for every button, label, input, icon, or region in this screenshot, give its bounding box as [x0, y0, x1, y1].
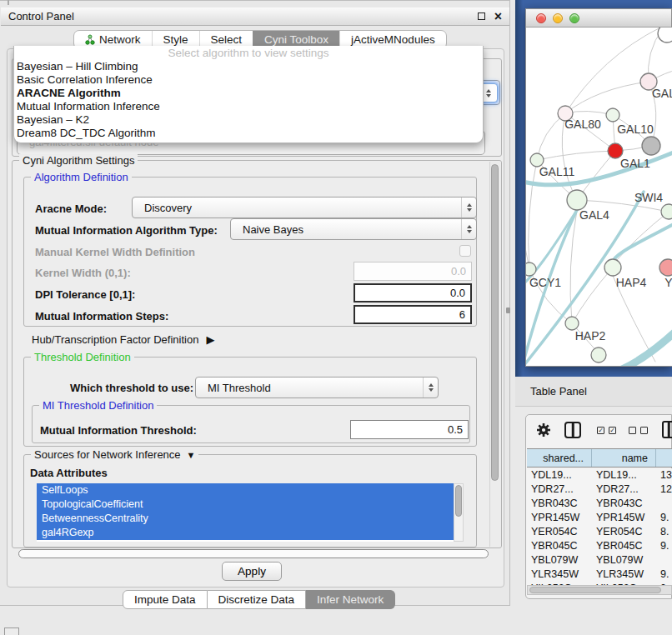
table-hscrollbar[interactable] [527, 585, 672, 595]
table-cell: YPR145W [592, 511, 656, 525]
attribute-item-betweennesscentrality[interactable]: BetweennessCentrality [37, 512, 454, 526]
network-node-hap4[interactable] [604, 259, 621, 276]
network-node-gal10[interactable] [606, 108, 619, 122]
network-edge[interactable] [617, 212, 669, 260]
data-attributes-label: Data Attributes [30, 467, 108, 479]
node-label: GAL10 [617, 122, 654, 136]
column-header-name[interactable]: name [592, 449, 656, 467]
network-node-gcy1[interactable] [526, 262, 536, 276]
network-edge[interactable] [529, 160, 537, 269]
combo-stepper-icon [423, 378, 438, 398]
bottom-tab-infer-network[interactable]: Infer Network [306, 590, 395, 609]
network-node[interactable] [658, 28, 672, 42]
node-label: Y [664, 276, 672, 289]
settings-scrollbar-thumb[interactable] [491, 164, 499, 481]
minimize-traffic-light[interactable] [553, 13, 563, 23]
tab-label: Style [163, 33, 188, 46]
attribute-item-gal4rgexp[interactable]: gal4RGexp [37, 526, 454, 540]
mi-steps-input[interactable] [354, 305, 472, 324]
kernel-width-input [354, 262, 472, 281]
network-edge[interactable] [565, 82, 649, 113]
network-canvas[interactable]: GALGAL80GAL10GAL1GAL11GAL4SWI4GCY1HAP4YH… [526, 28, 672, 366]
tab-label: jActiveMNodules [351, 33, 435, 46]
float-window-icon[interactable] [478, 12, 485, 20]
bottom-tab-discretize-data[interactable]: Discretize Data [208, 590, 307, 609]
algorithm-option-aracne-algorithm[interactable]: ARACNE Algorithm [14, 87, 483, 100]
collapsed-panel-button[interactable] [4, 628, 19, 635]
which-threshold-label: Which threshold to use: [70, 382, 193, 394]
node-label: GAL [652, 87, 672, 100]
table-cell: YBR043C [527, 497, 592, 511]
gear-icon[interactable] [536, 422, 551, 438]
mi-type-label: Mutual Information Algorithm Type: [35, 224, 218, 237]
network-node-y[interactable] [659, 259, 672, 276]
column-header-shared[interactable]: shared... [527, 449, 592, 467]
network-edge[interactable] [537, 151, 615, 160]
bottom-tab-impute-data[interactable]: Impute Data [123, 590, 208, 609]
close-traffic-light[interactable] [536, 13, 546, 23]
network-node[interactable] [642, 137, 660, 155]
table-cell: YBL079W [592, 553, 656, 568]
table-row[interactable]: YBR043CYBR043C [527, 497, 672, 511]
attribute-item-topologicalcoefficient[interactable]: TopologicalCoefficient [37, 498, 454, 512]
combo-stepper-icon [461, 219, 476, 239]
algorithm-definition-title: Algorithm Definition [31, 171, 132, 183]
panel-splitter-handle[interactable] [506, 308, 510, 313]
node-label: SWI4 [634, 191, 663, 204]
which-threshold-combo[interactable]: MI Threshold [195, 377, 439, 398]
mi-threshold-input[interactable] [350, 420, 469, 439]
algorithm-popup-items: Bayesian – Hill ClimbingBasic Correlatio… [14, 60, 483, 140]
network-node-swi4[interactable] [661, 204, 672, 219]
algorithm-option-basic-correlation-inference[interactable]: Basic Correlation Inference [14, 73, 483, 87]
settings-hscrollbar[interactable] [18, 549, 489, 558]
toolbar-partial-icon[interactable] [662, 421, 672, 438]
apply-button[interactable]: Apply [222, 562, 282, 581]
network-edge[interactable] [565, 28, 660, 113]
attributes-scrollbar-thumb[interactable] [455, 485, 462, 517]
manual-kernel-label: Manual Kernel Width Definition [35, 246, 195, 258]
network-node-gal4[interactable] [567, 190, 587, 210]
mi-type-combo[interactable]: Naive Bayes [230, 218, 477, 240]
table-cell: YBL079W [527, 553, 592, 568]
aracne-mode-combo[interactable]: Discovery [132, 197, 477, 218]
node-label: GCY1 [529, 276, 561, 289]
table-row[interactable]: YER054CYER054C8. [527, 525, 672, 539]
column-header-partial[interactable] [656, 449, 672, 467]
table-row[interactable]: YLR345WYLR345W9. [527, 568, 672, 582]
node-label: GAL1 [620, 157, 650, 170]
algorithm-option-bayesian-hill-climbing[interactable]: Bayesian – Hill Climbing [14, 60, 483, 73]
expand-down-icon[interactable]: ▼ [187, 450, 196, 460]
zoom-traffic-light[interactable] [569, 13, 579, 23]
table-row[interactable]: YBR045CYBR045C9. [527, 539, 672, 553]
table-row[interactable]: YPR145WYPR145W9. [527, 511, 672, 525]
dpi-tolerance-input[interactable] [354, 283, 472, 302]
kernel-width-label: Kernel Width (0,1): [35, 267, 131, 279]
table-cell [656, 553, 672, 568]
node-label: HAP4 [616, 276, 647, 289]
deselect-all-columns-icon[interactable] [629, 427, 648, 434]
attribute-item-selfloops[interactable]: SelfLoops [37, 483, 454, 498]
which-threshold-value: MI Threshold [196, 382, 423, 394]
combo-stepper-icon [461, 198, 476, 218]
mi-threshold-group-title: MI Threshold Definition [39, 399, 157, 412]
network-window-titlebar[interactable] [526, 9, 671, 28]
close-icon[interactable]: × [494, 10, 502, 23]
select-all-columns-icon[interactable]: ✓✓ [597, 427, 616, 434]
network-edge[interactable] [620, 332, 672, 366]
column-manager-icon[interactable] [564, 422, 581, 438]
table-cell: 13 [656, 468, 672, 482]
network-node[interactable] [591, 348, 606, 362]
algorithm-option-dream8-dc-tdc-algorithm[interactable]: Dream8 DC_TDC Algorithm [14, 127, 483, 140]
network-node-hap2[interactable] [565, 317, 579, 330]
network-edge[interactable] [570, 210, 577, 323]
table-row[interactable]: YBL079WYBL079W [527, 553, 672, 568]
table-row[interactable]: YDL19...YDL19...13 [527, 468, 672, 482]
network-icon [85, 34, 95, 45]
aracne-mode-value: Discovery [133, 202, 461, 214]
algorithm-option-bayesian-k2[interactable]: Bayesian – K2 [14, 113, 483, 127]
table-hscrollbar-thumb[interactable] [529, 587, 661, 593]
algorithm-option-mutual-information-inference[interactable]: Mutual Information Inference [14, 100, 483, 113]
network-edge[interactable] [537, 113, 565, 160]
hub-definition-expander[interactable]: Hub/Transcription Factor Definition ▶ [32, 333, 214, 346]
table-row[interactable]: YDR27...YDR27...12 [527, 482, 672, 497]
